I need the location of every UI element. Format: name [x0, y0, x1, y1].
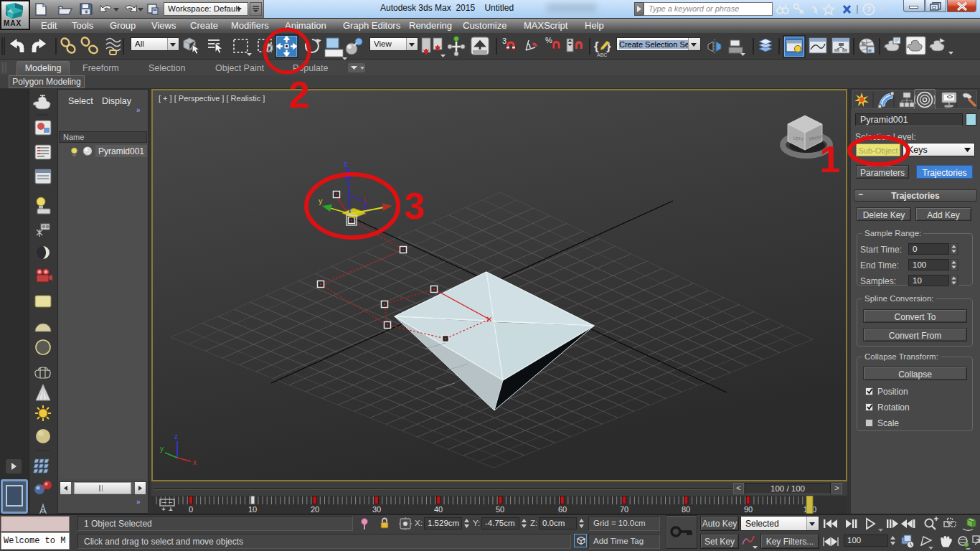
svg-text:90: 90 — [744, 505, 753, 514]
svg-text:50: 50 — [496, 505, 504, 514]
svg-text:y: y — [319, 197, 323, 205]
svg-text:ABC: ABC — [597, 52, 607, 57]
svg-text:z: z — [344, 159, 348, 168]
svg-text:10: 10 — [248, 505, 257, 514]
svg-text:x: x — [193, 458, 197, 466]
svg-text:60: 60 — [558, 505, 567, 514]
svg-text:80: 80 — [682, 505, 690, 514]
svg-text:0: 0 — [189, 505, 193, 514]
svg-text:%: % — [545, 36, 552, 44]
svg-text:3: 3 — [502, 37, 507, 45]
svg-text:70: 70 — [620, 505, 628, 514]
svg-text:?: ? — [867, 5, 872, 14]
svg-text:{: { — [594, 39, 599, 53]
svg-text:y: y — [160, 445, 164, 453]
svg-text:40: 40 — [434, 505, 443, 514]
svg-text:z: z — [174, 433, 178, 441]
svg-text:30: 30 — [372, 505, 381, 514]
svg-text:20: 20 — [311, 505, 319, 514]
